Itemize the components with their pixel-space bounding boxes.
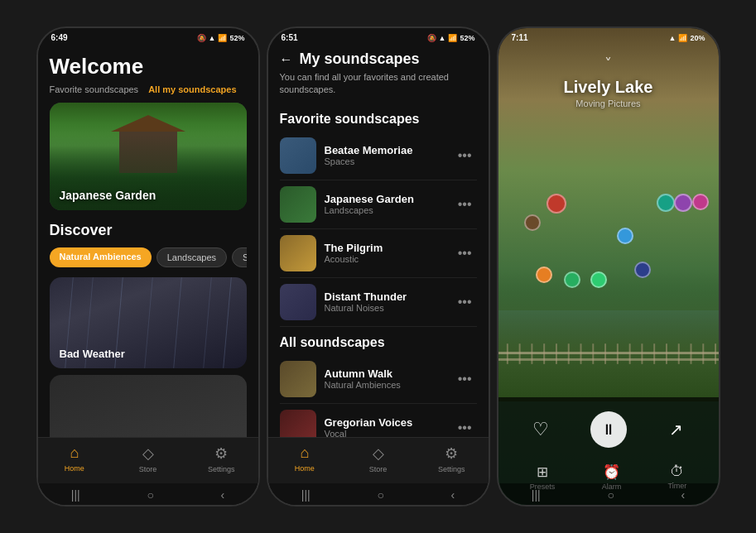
system-nav-3: ||| ○ ‹	[498, 483, 719, 505]
list-item[interactable]: Gregorian Voices Vocal •••	[280, 404, 477, 437]
nav-settings-1[interactable]: ⚙ Settings	[185, 444, 258, 473]
weather-label: Bad Weather	[60, 348, 125, 360]
list-item[interactable]: Autumn Walk Natural Ambiences •••	[280, 355, 477, 404]
hero-label: Japanese Garden	[60, 189, 156, 202]
home-label: Home	[65, 464, 84, 473]
list-item[interactable]: Distant Thunder Natural Noises •••	[280, 278, 477, 327]
thumb-visual	[280, 235, 316, 271]
soundscape-name: Gregorian Voices	[325, 416, 445, 429]
share-button[interactable]: ↗	[658, 411, 695, 448]
thumb-visual	[280, 284, 316, 320]
soundscape-info: Autumn Walk Natural Ambiences	[325, 367, 445, 390]
nav-store-1[interactable]: ◇ Store	[111, 444, 185, 473]
soundscape-category: Vocal	[325, 429, 445, 437]
collapse-button[interactable]: ˅	[604, 55, 612, 73]
filter-chips: Natural Ambiences Landscapes Syn...	[50, 247, 247, 267]
bad-weather-card[interactable]: Bad Weather	[50, 277, 247, 368]
soundscape-info: Japanese Garden Landscapes	[325, 193, 445, 215]
mix-dot-brown[interactable]	[524, 214, 541, 231]
thumb-visual	[280, 186, 316, 223]
thumb-visual	[280, 361, 316, 397]
pause-button[interactable]: ⏸	[590, 411, 627, 448]
mix-dot-orange[interactable]	[536, 266, 552, 283]
p3-wifi-icon: ▲	[669, 34, 677, 42]
sys-home-3[interactable]: ○	[607, 488, 614, 502]
list-item[interactable]: Beatae Memoriae Spaces •••	[280, 132, 477, 180]
alarm-icon: ⏰	[603, 463, 620, 481]
back-button[interactable]: ←	[280, 52, 293, 67]
mix-dot-green1[interactable]	[564, 271, 580, 288]
more-button[interactable]: •••	[453, 291, 477, 313]
mix-dot-teal[interactable]	[617, 228, 633, 244]
sys-back-2[interactable]: ‹	[450, 488, 455, 502]
phone2-screen: ← My soundscapes You can find all your f…	[268, 46, 489, 505]
soundscape-category: Acoustic	[325, 254, 445, 264]
favorites-section-title: Favorite soundscapes	[280, 112, 477, 127]
mix-dot-pink[interactable]	[692, 194, 709, 210]
settings-label-2: Settings	[438, 465, 465, 473]
soundscape-info: Distant Thunder Natural Noises	[325, 291, 445, 313]
list-item[interactable]: Japanese Garden Landscapes •••	[280, 180, 477, 229]
tab-favorite[interactable]: Favorite soundscapes	[50, 84, 139, 94]
page-subtitle: You can find all your favorites and crea…	[280, 71, 477, 97]
volume-icon: 🔕	[197, 34, 206, 42]
nav-store-2[interactable]: ◇ Store	[341, 444, 415, 473]
discover-title: Discover	[50, 222, 247, 239]
phone3-status-bar: 7:11 ▲ 📶 20%	[498, 28, 719, 46]
nav-home-2[interactable]: ⌂ Home	[268, 444, 342, 473]
presets-icon: ⊞	[537, 463, 548, 481]
store-label-2: Store	[369, 465, 388, 473]
store-icon-2: ◇	[373, 444, 384, 463]
bottom-nav-1: ⌂ Home ◇ Store ⚙ Settings	[38, 437, 258, 483]
nav-settings-2[interactable]: ⚙ Settings	[415, 444, 489, 473]
phone2-body: Favorite soundscapes Beatae Memoriae Spa…	[268, 103, 489, 437]
soundscape-info: Beatae Memoriae Spaces	[325, 144, 445, 166]
thumb-beatae	[280, 137, 316, 174]
more-button[interactable]: •••	[453, 145, 477, 166]
settings-label: Settings	[208, 465, 235, 473]
soundscape-tabs: Favorite soundscapes All my soundscapes	[50, 84, 247, 94]
p3-battery-icon: 20%	[690, 34, 705, 42]
sys-back-3[interactable]: ‹	[681, 488, 685, 502]
more-button[interactable]: •••	[453, 417, 477, 437]
home-icon-2: ⌂	[300, 444, 309, 462]
settings-icon: ⚙	[214, 444, 228, 463]
sys-home-2[interactable]: ○	[377, 488, 383, 502]
mix-dot-darkblue[interactable]	[634, 262, 651, 278]
timer-icon: ⏱	[670, 463, 684, 480]
p2-signal-icon: 📶	[448, 34, 457, 42]
chip-natural[interactable]: Natural Ambiences	[50, 247, 152, 267]
tab-all[interactable]: All my soundscapes	[148, 84, 236, 94]
soundscape-info: Gregorian Voices Vocal	[325, 416, 445, 437]
phone2: 6:51 🔕 ▲ 📶 52% ← My soundscapes You can …	[267, 26, 490, 507]
sys-back[interactable]: ‹	[220, 488, 224, 502]
system-nav-1: ||| ○ ‹	[38, 483, 258, 505]
track-title: Lively Lake	[564, 78, 653, 97]
thumb-thunder	[280, 284, 316, 320]
sys-menu-3[interactable]: |||	[532, 488, 541, 502]
more-button[interactable]: •••	[453, 368, 477, 390]
second-discover-card[interactable]	[50, 375, 247, 437]
sys-menu-2[interactable]: |||	[301, 488, 311, 502]
back-row: ← My soundscapes	[280, 50, 477, 68]
list-item[interactable]: The Pilgrim Acoustic •••	[280, 229, 477, 278]
more-button[interactable]: •••	[453, 242, 477, 264]
like-button[interactable]: ♡	[522, 411, 559, 448]
more-button[interactable]: •••	[453, 194, 477, 215]
thumb-pilgrim	[280, 235, 316, 271]
mix-dot-purple[interactable]	[674, 194, 692, 212]
mix-dot-green2[interactable]	[590, 271, 607, 288]
phone1-screen: Welcome Favorite soundscapes All my soun…	[38, 46, 258, 505]
sys-menu[interactable]: |||	[71, 488, 80, 502]
mix-dot-cyan[interactable]	[657, 194, 675, 212]
settings-icon-2: ⚙	[445, 444, 458, 463]
now-playing-header: ˅ Lively Lake Moving Pictures	[498, 55, 719, 108]
hero-card[interactable]: Japanese Garden	[50, 103, 247, 210]
chip-syn[interactable]: Syn...	[232, 247, 246, 267]
sys-home[interactable]: ○	[147, 488, 153, 502]
nav-home-1[interactable]: ⌂ Home	[38, 444, 112, 473]
p2-wifi-icon: ▲	[439, 34, 446, 42]
home-label-2: Home	[295, 464, 315, 473]
mix-dot-red[interactable]	[547, 194, 566, 214]
chip-landscapes[interactable]: Landscapes	[156, 247, 227, 267]
